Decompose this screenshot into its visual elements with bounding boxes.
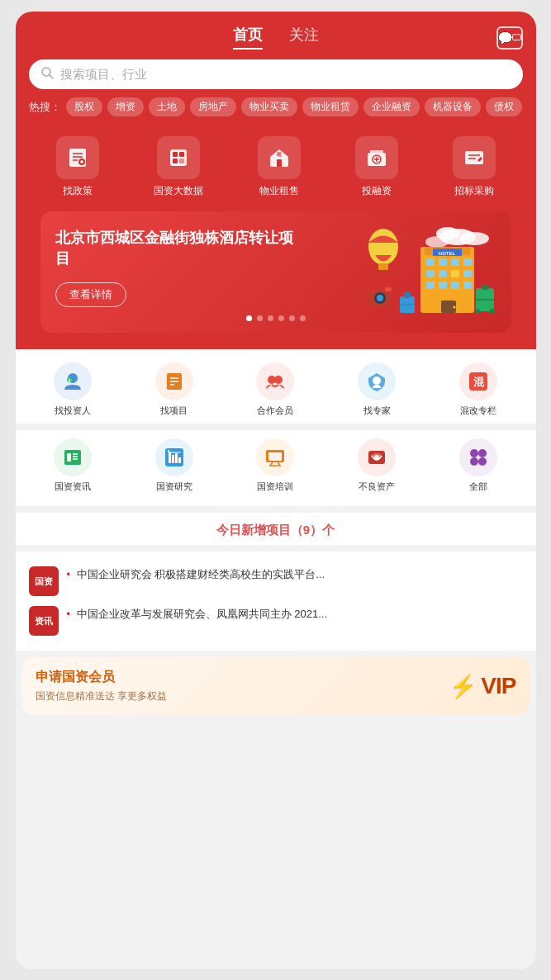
svg-rect-42 [426, 282, 435, 289]
svg-rect-45 [463, 282, 472, 289]
svg-point-72 [274, 376, 283, 384]
svg-text:¥: ¥ [69, 378, 71, 383]
sec-item-bad-asset[interactable]: 不良资产 [354, 438, 400, 493]
tab-follow[interactable]: 关注 [289, 25, 319, 50]
dot-4[interactable] [289, 315, 295, 321]
svg-text:混: 混 [473, 376, 485, 388]
svg-rect-86 [168, 452, 181, 453]
vip-title: 申请国资会员 [36, 669, 167, 686]
svg-rect-84 [175, 453, 178, 463]
sec-item-news[interactable]: 国资资讯 [50, 438, 96, 493]
hot-tag-8[interactable]: 债权 [486, 97, 522, 116]
sec-icon-project [155, 362, 193, 400]
quick-icon-policy [56, 136, 99, 179]
dot-3[interactable] [278, 315, 284, 321]
quick-icon-tender [453, 136, 496, 179]
sec-label-news: 国资资讯 [55, 481, 91, 493]
tab-home[interactable]: 首页 [233, 25, 263, 50]
quick-icon-invest [355, 136, 398, 179]
sec-item-training[interactable]: 国资培训 [252, 438, 298, 493]
dot-2[interactable] [268, 315, 273, 321]
news-tag-text-1: 资讯 [35, 616, 53, 626]
quick-item-tender[interactable]: 招标采购 [453, 136, 496, 198]
today-new-section: 今日新增项目（9）个 [16, 513, 536, 545]
banner-card: 北京市西城区金融街独栋酒店转让项目 查看详情 [40, 211, 511, 333]
message-icon[interactable] [496, 26, 523, 50]
news-tag-text-0: 国资 [35, 576, 53, 586]
hot-tag-6[interactable]: 企业融资 [363, 97, 420, 116]
hot-tag-4[interactable]: 物业买卖 [241, 97, 297, 116]
news-item-1[interactable]: 资讯 • 中国企业改革与发展研究会、凤凰网共同主办 2021... [29, 601, 523, 641]
sec-item-all[interactable]: 全部 [455, 438, 501, 493]
sec-icon-expert [358, 362, 396, 400]
hot-tag-0[interactable]: 股权 [66, 97, 102, 116]
svg-point-95 [374, 455, 379, 460]
quick-label-tender: 招标采购 [454, 184, 494, 198]
svg-point-97 [478, 449, 487, 457]
vip-badge-text: VIP [481, 673, 515, 699]
main-content: ¥ 找投资人 找项目 [16, 349, 536, 715]
sec-icon-investor: ¥ [54, 362, 92, 400]
dot-5[interactable] [300, 315, 306, 321]
banner-illustration: HOTEL [354, 220, 503, 319]
quick-label-invest: 投融资 [362, 184, 392, 198]
svg-rect-34 [426, 258, 435, 266]
hot-tag-5[interactable]: 物业租赁 [302, 97, 359, 116]
svg-point-29 [425, 236, 449, 248]
sec-item-mixed[interactable]: 混 混改专栏 [455, 362, 501, 417]
hot-tag-3[interactable]: 房地产 [190, 97, 236, 116]
dot-0[interactable] [246, 315, 252, 321]
sec-item-project[interactable]: 找项目 [151, 362, 197, 417]
sec-icon-member [256, 362, 294, 400]
sec-label-training: 国资培训 [257, 481, 293, 493]
lightning-icon: ⚡ [449, 673, 477, 700]
svg-rect-10 [170, 149, 187, 166]
sec-label-bad-asset: 不良资产 [359, 481, 395, 493]
header-nav: 首页 关注 [29, 25, 523, 50]
quick-menu: 找政策 国资大数据 [29, 128, 523, 211]
app-container: 首页 关注 搜索项目、行业 热搜： 股权 [16, 12, 536, 969]
sec-item-member[interactable]: 合作会员 [252, 362, 298, 417]
svg-line-2 [50, 75, 53, 78]
svg-point-98 [470, 457, 478, 466]
sec-icon-bad-asset [358, 438, 396, 476]
banner-detail-button[interactable]: 查看详情 [55, 282, 126, 307]
quick-item-rental[interactable]: 租 物业租售 [258, 136, 301, 198]
dot-1[interactable] [257, 315, 263, 321]
hot-tag-1[interactable]: 增资 [107, 97, 144, 116]
banner-title: 北京市西城区金融街独栋酒店转让项目 [55, 228, 298, 269]
hot-tag-7[interactable]: 机器设备 [425, 97, 481, 116]
svg-line-51 [388, 270, 390, 273]
svg-point-99 [478, 457, 487, 466]
svg-point-73 [373, 376, 381, 385]
third-menu: 国资资讯 国资研究 [16, 430, 536, 506]
quick-item-data[interactable]: 国资大数据 [154, 136, 203, 198]
svg-point-59 [377, 295, 383, 301]
svg-rect-49 [378, 263, 388, 270]
svg-text:HOTEL: HOTEL [438, 251, 455, 256]
sec-item-research[interactable]: 国资研究 [151, 438, 197, 493]
svg-point-56 [490, 309, 495, 314]
sec-icon-mixed: 混 [459, 362, 497, 400]
vip-banner[interactable]: 申请国资会员 国资信息精准送达 享更多权益 ⚡ VIP [22, 657, 530, 715]
sec-item-expert[interactable]: 找专家 [354, 362, 400, 417]
sec-icon-all [459, 438, 497, 476]
svg-rect-77 [67, 453, 71, 462]
news-card: 国资 • 中国企业研究会 积极搭建财经类高校生的实践平台... 资讯 • 中国企… [16, 552, 536, 651]
sec-item-investor[interactable]: ¥ 找投资人 [50, 362, 96, 417]
svg-rect-0 [512, 35, 520, 40]
svg-rect-16 [277, 159, 282, 167]
news-item-0[interactable]: 国资 • 中国企业研究会 积极搭建财经类高校生的实践平台... [29, 561, 523, 601]
quick-item-policy[interactable]: 找政策 [56, 136, 99, 198]
svg-point-96 [470, 449, 478, 457]
svg-point-47 [453, 305, 455, 308]
svg-rect-60 [385, 287, 392, 291]
vip-badge: ⚡ VIP [449, 673, 515, 700]
search-bar[interactable]: 搜索项目、行业 [29, 59, 523, 89]
search-placeholder: 搜索项目、行业 [60, 67, 147, 83]
svg-rect-13 [173, 159, 178, 163]
sec-label-all: 全部 [469, 481, 487, 493]
hot-tag-2[interactable]: 土地 [149, 97, 185, 116]
news-text-0: • 中国企业研究会 积极搭建财经类高校生的实践平台... [67, 566, 523, 583]
quick-item-invest[interactable]: 投融资 [355, 136, 398, 198]
